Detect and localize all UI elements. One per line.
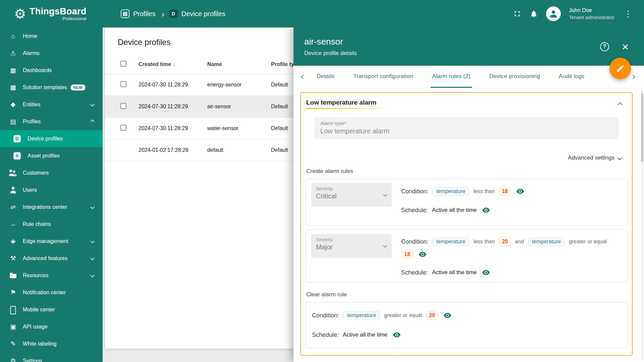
alarm-rule-card: SeverityCriticalCondition:temperatureles… xyxy=(306,179,627,226)
thingsboard-app: ⚙ ThingsBoard Professional ▤ Profiles D … xyxy=(0,0,644,362)
sidebar-item-label: Profiles xyxy=(23,119,41,125)
condition-text: less than xyxy=(473,188,495,194)
sidebar-item-advanced-features[interactable]: ⚒Advanced features xyxy=(0,250,103,267)
user-name: John Doe xyxy=(569,7,614,13)
breadcrumb-label: Device profiles xyxy=(181,10,225,18)
advanced-settings-toggle[interactable]: Advanced settings xyxy=(306,155,621,161)
row-checkbox[interactable] xyxy=(120,81,126,87)
app-logo[interactable]: ⚙ ThingsBoard Professional xyxy=(0,6,103,21)
fullscreen-icon[interactable] xyxy=(513,9,522,18)
profiles-icon: ▤ xyxy=(9,118,17,125)
breadcrumb-profiles[interactable]: ▤ Profiles xyxy=(121,9,156,18)
column-name[interactable]: Name xyxy=(207,55,271,74)
sidebar-item-customers[interactable]: Customers xyxy=(0,164,103,181)
sort-desc-icon: ↓ xyxy=(173,61,176,67)
sidebar-item-asset-profiles[interactable]: AAsset profiles xyxy=(0,147,103,164)
tab-alarm-rules-2[interactable]: Alarm rules (2) xyxy=(431,66,472,88)
value-chip: 18 xyxy=(499,187,511,196)
tab-device-provisioning[interactable]: Device provisioning xyxy=(488,66,541,88)
sidebar-item-notification-center[interactable]: ⚑Notification center xyxy=(0,284,103,301)
alarm-type-field[interactable]: Alarm type* Low temperature alarm xyxy=(314,117,619,139)
sidebar-item-api-usage[interactable]: ▣API usage xyxy=(0,318,103,335)
help-icon[interactable]: ? xyxy=(600,42,609,51)
severity-select[interactable]: SeverityMajor xyxy=(311,234,392,258)
sidebar-nav: ⌂Home⚠Alarms▦Dashboards▩Solution templat… xyxy=(0,27,103,362)
create-rules-list: SeverityCriticalCondition:temperatureles… xyxy=(306,179,627,283)
chevron-down-icon xyxy=(91,257,94,260)
condition-text: greater or equal xyxy=(384,312,422,318)
collapse-chevron-up-icon[interactable] xyxy=(614,99,626,110)
logo-gear-icon: ⚙ xyxy=(14,7,26,20)
clear-alarm-rule-label: Clear alarm rule xyxy=(306,291,627,298)
sidebar-item-edge-management[interactable]: ◈Edge management xyxy=(0,233,103,250)
column-created-time[interactable]: Created time↓ xyxy=(139,55,207,74)
drawer-tabs: DetailsTransport configurationAlarm rule… xyxy=(315,66,586,88)
sidebar-item-resources[interactable]: Resources xyxy=(0,267,103,284)
sidebar-item-label: Customers xyxy=(23,170,49,176)
sidebar-item-mobile-center[interactable]: Mobile center xyxy=(0,301,103,318)
sidebar-item-home[interactable]: ⌂Home xyxy=(0,27,103,45)
row-checkbox[interactable] xyxy=(120,125,126,131)
user-block[interactable]: John Doe Tenant administrator xyxy=(569,7,614,20)
row-checkbox[interactable] xyxy=(120,103,126,109)
tab-transport-configuration[interactable]: Transport configuration xyxy=(352,66,415,88)
tabs-scroll-left-icon[interactable] xyxy=(298,66,308,88)
sidebar-item-label: Device profiles xyxy=(28,136,63,142)
drawer-subtitle: Device profile details xyxy=(304,50,357,57)
close-icon[interactable]: × xyxy=(622,41,629,52)
key-chip: temperature xyxy=(528,237,565,246)
sidebar-item-label: API usage xyxy=(23,324,48,330)
sidebar-item-dashboards[interactable]: ▦Dashboards xyxy=(0,62,103,79)
schedule-label: Schedule: xyxy=(401,207,428,214)
sidebar-item-users[interactable]: Users xyxy=(0,181,103,198)
sidebar-item-label: Integrations center xyxy=(23,204,67,210)
api-usage-icon: ▣ xyxy=(9,323,17,330)
sidebar-item-rule-chains[interactable]: ↔Rule chains xyxy=(0,216,103,233)
dropdown-arrow-icon xyxy=(384,191,387,197)
chevron-up-icon xyxy=(91,120,94,123)
eye-icon[interactable] xyxy=(482,268,490,277)
customers-icon xyxy=(9,169,17,177)
advanced-settings-label: Advanced settings xyxy=(568,155,614,161)
settings-icon: ⚙ xyxy=(9,357,17,362)
avatar[interactable] xyxy=(546,6,561,21)
sidebar-item-label: Settings xyxy=(23,358,42,362)
sidebar-item-solution-templates[interactable]: ▩Solution templatesNEW xyxy=(0,79,103,96)
scrollbar-thumb[interactable] xyxy=(641,93,643,162)
eye-icon[interactable] xyxy=(516,187,524,195)
edit-fab-button[interactable] xyxy=(609,58,631,79)
kebab-menu-icon[interactable]: ⋮ xyxy=(623,9,634,18)
key-chip: temperature xyxy=(432,187,469,196)
pencil-icon xyxy=(616,64,625,73)
clear-rule-card: Condition:temperaturegreater or equal20S… xyxy=(306,302,627,348)
eye-icon[interactable] xyxy=(419,250,427,258)
white-labeling-icon: ✎ xyxy=(9,340,17,348)
sidebar-item-entities[interactable]: ◆Entities xyxy=(0,96,103,113)
sidebar-item-settings[interactable]: ⚙Settings xyxy=(0,352,103,362)
condition-label: Condition: xyxy=(401,188,428,195)
severity-select[interactable]: SeverityCritical xyxy=(311,183,392,207)
device-profiles-icon: D xyxy=(13,135,21,142)
condition-text: greater or equal xyxy=(569,239,607,245)
notifications-bell-icon[interactable] xyxy=(530,10,538,18)
condition-text: and xyxy=(515,239,524,245)
eye-icon[interactable] xyxy=(482,206,490,214)
sidebar-item-white-labeling[interactable]: ✎White labeling xyxy=(0,335,103,352)
sidebar-item-device-profiles[interactable]: DDevice profiles xyxy=(0,130,103,147)
sidebar-item-alarms[interactable]: ⚠Alarms xyxy=(0,45,103,62)
drawer-scrollbar[interactable] xyxy=(641,90,643,360)
sidebar-item-profiles[interactable]: ▤Profiles xyxy=(0,113,103,130)
tab-audit-logs[interactable]: Audit logs xyxy=(557,66,586,88)
tab-details[interactable]: Details xyxy=(315,66,336,88)
rule-chains-icon: ↔ xyxy=(9,221,17,228)
schedule-label: Schedule: xyxy=(401,269,428,276)
eye-icon[interactable] xyxy=(443,311,451,319)
eye-icon[interactable] xyxy=(393,331,401,339)
sidebar-item-integrations-center[interactable]: ⇌Integrations center xyxy=(0,198,103,216)
user-role: Tenant administrator xyxy=(569,14,614,20)
select-all-checkbox[interactable] xyxy=(120,61,126,67)
value-chip: 20 xyxy=(499,237,511,246)
breadcrumb-device-profiles[interactable]: D Device profiles xyxy=(169,9,225,18)
created-time-cell: 2024-07-30 11:28:29 xyxy=(139,117,207,139)
condition-label: Condition: xyxy=(401,238,428,245)
